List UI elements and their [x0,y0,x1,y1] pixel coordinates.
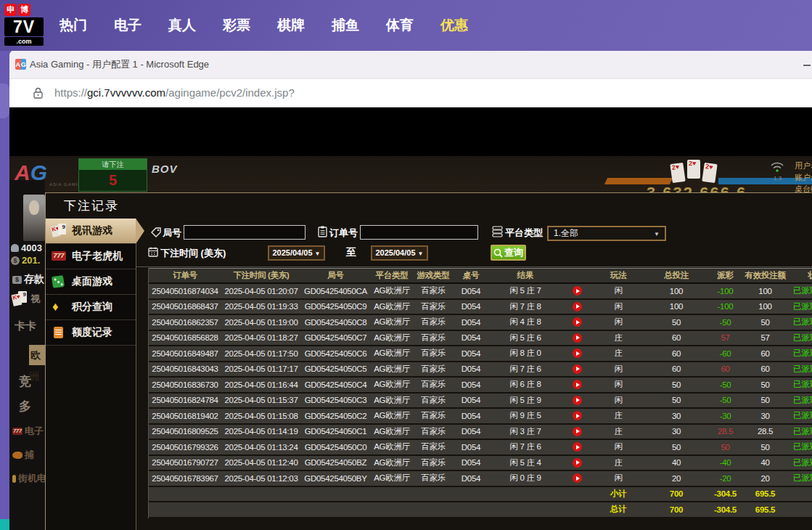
menu-item-5[interactable]: 棋牌 [277,16,305,35]
sidebar-item-label: 电子老虎机 [72,250,123,263]
cell-round: GD054254050C2 [301,412,370,420]
cell-table_no: D054 [453,380,489,389]
browser-urlbar[interactable]: https://gci.7vvvvvv.com/agingame/pcv2/in… [9,78,812,107]
video-label: 视 [30,293,40,306]
tab-europe-selected[interactable]: 欧洲 [29,345,45,365]
url-domain: gci.7vvvvvv.com [87,86,165,99]
play-video-button[interactable] [573,442,582,452]
date-from-picker[interactable]: 2025/04/05 ▼ [268,245,325,261]
cell-valid: 50 [742,318,789,327]
menu-item-4[interactable]: 彩票 [223,16,250,35]
nav-jing[interactable]: 竞 [19,373,45,390]
cell-time: 2025-04-05 01:17:50 [221,349,301,358]
sidebar-item-4[interactable]: ♦积分查询 [46,295,136,320]
column-header: 派彩 [709,270,742,281]
play-video-button[interactable] [573,302,582,311]
menu-item-8[interactable]: 优惠 [440,16,468,35]
modal-title: 下注记录 [46,193,812,219]
cell-bet: 100 [644,302,709,311]
cell-time: 2025-04-05 01:13:24 [221,443,301,452]
url-text[interactable]: https://gci.7vvvvvv.com/agingame/pcv2/in… [54,86,295,99]
nav-slots[interactable]: 777 电子 [12,425,45,438]
play-video-button[interactable] [573,473,582,483]
bov-label: BOV [152,163,178,175]
nav-duo[interactable]: 多 [19,398,45,415]
cell-platform: AG欧洲厅 [370,301,414,312]
menu-item-3[interactable]: 真人 [168,16,196,35]
cell-play [562,302,593,311]
menu-item-7[interactable]: 体育 [386,16,414,35]
play-video-button[interactable] [573,458,582,468]
date-to-picker[interactable]: 2025/04/05 ▼ [371,245,428,261]
dice-icon [52,274,67,289]
cell-status: 已派彩 [789,348,812,359]
sidebar-item-2[interactable]: 777电子老虎机 [46,244,136,269]
slot-777-icon: 777 [12,428,22,435]
platform-select[interactable]: 1.全部 ▼ [547,226,666,241]
play-video-button[interactable] [573,317,582,327]
balance: 201. [22,255,40,266]
round-input[interactable] [184,225,305,240]
play-video-button[interactable] [573,333,582,343]
cell-side: 闲 [593,301,644,312]
cell-valid: 57 [742,333,789,342]
site-logo[interactable]: 申 博 7V .com [4,4,46,46]
deposit-button[interactable]: $ 存款 [12,273,45,286]
column-header: 平台类型 [370,270,414,281]
cell-valid: 50 [742,396,789,404]
sidebar-item-label: 桌面游戏 [72,275,112,288]
cell-time: 2025-04-05 01:15:37 [221,396,301,404]
playing-card: 2♥ [687,160,700,179]
cell-side: 闲 [593,395,644,406]
cell-round: GD054254050C7 [301,333,370,342]
cell-result: 闲 9 庄 5 [489,410,562,421]
play-video-button[interactable] [573,286,582,295]
play-video-button[interactable] [573,427,582,436]
nav-fishing[interactable]: 捕 [12,449,45,462]
sidebar-item-3[interactable]: 桌面游戏 [46,269,136,295]
play-video-button[interactable] [573,411,582,420]
cell-status: 已派彩 [789,333,812,343]
bet-records-modal: 下注记录 K♥9视讯游戏777电子老虎机桌面游戏♦积分查询额度记录 局号 [45,192,812,530]
table-row: 2504050168367302025-04-05 01:16:44GD0542… [149,378,812,394]
cell-table_no: D054 [453,349,489,358]
cell-bet: 700 [644,505,709,514]
play-video-button[interactable] [573,380,582,389]
user-id: 4003 [21,242,42,253]
menu-item-1[interactable]: 热门 [60,16,87,35]
tab-kaka[interactable]: 卡卡 [15,319,45,333]
cell-game: 百家乐 [414,379,453,390]
cell-play [562,286,593,295]
deposit-icon: $ [12,276,22,284]
cell-platform: AG欧洲厅 [370,333,414,343]
search-button[interactable]: 查询 [491,245,526,261]
minimize-button[interactable] [803,65,811,66]
play-video-button[interactable] [573,364,582,374]
cell-payout: -60 [709,349,742,358]
cell-play [562,396,593,405]
cell-table_no: D054 [453,443,489,452]
main-menu: 热门电子真人彩票棋牌捕鱼体育优惠 [60,0,468,51]
cell-game: 百家乐 [414,441,453,452]
money-bag-icon: $ [11,256,20,265]
logo-badge-1: 申 [4,4,17,16]
order-input[interactable] [360,225,478,240]
sidebar-item-label: 视讯游戏 [72,224,112,237]
play-video-button[interactable] [573,348,582,358]
sidebar-item-1[interactable]: K♥9视讯游戏 [46,219,136,244]
menu-item-2[interactable]: 电子 [114,16,142,35]
cell-platform: AG欧洲厅 [370,426,414,437]
modal-menu: K♥9视讯游戏777电子老虎机桌面游戏♦积分查询额度记录 [46,219,136,530]
menu-item-6[interactable]: 捕鱼 [332,16,359,35]
sidebar-item-5[interactable]: 额度记录 [46,320,136,346]
round-label: 局号 [163,227,181,240]
cell-side: 庄 [593,333,644,343]
cell-table_no: D054 [453,427,489,436]
video-game-row[interactable]: 9K♥ 视 [12,291,45,307]
cell-order: 250405016843043 [149,364,221,373]
cell-status: 已派彩 [789,285,812,296]
play-video-button[interactable] [573,396,582,405]
nav-arcade[interactable]: 街机电玩 [12,472,45,485]
cell-result: 闲 7 庄 6 [489,441,562,452]
logo-suffix: .com [4,37,44,46]
